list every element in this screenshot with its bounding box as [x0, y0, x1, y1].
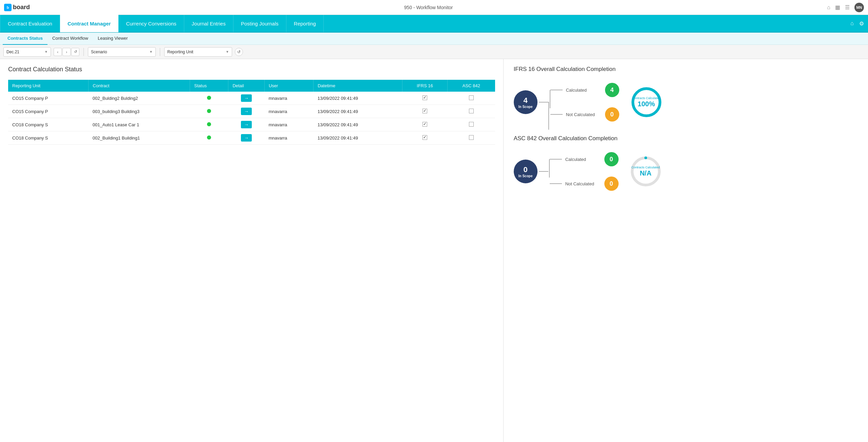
period-forward-btn[interactable]: › [62, 48, 71, 56]
nav-item-currency-conversions[interactable]: Currency Conversions [118, 15, 184, 32]
table-row: CO18 Company S 001_Auto1 Lease Car 1 → m… [8, 118, 495, 131]
asc842-in-scope-circle: 0 In Scope [514, 160, 537, 183]
asc842-checkbox[interactable] [469, 135, 474, 140]
table-body: CO15 Company P 002_Bulding2 Bulding2 → m… [8, 92, 495, 145]
cell-ifrs16 [402, 118, 448, 131]
asc842-calculated-row: Calculated 0 [550, 152, 619, 166]
filter-divider-2 [160, 48, 160, 56]
cell-datetime: 13/09/2022 09:41:49 [314, 92, 402, 105]
ifrs16-checkbox[interactable] [422, 122, 427, 127]
cell-detail[interactable]: → [228, 92, 265, 105]
asc842-checkbox[interactable] [469, 109, 474, 113]
cell-detail[interactable]: → [228, 118, 265, 131]
cell-contract: 001_Auto1 Lease Car 1 [89, 118, 190, 131]
period-select[interactable]: Dec.21 ▼ [3, 47, 51, 57]
nav-item-posting-journals[interactable]: Posting Journals [233, 15, 286, 32]
filter-divider-1 [83, 48, 84, 56]
col-ifrs16: IFRS 16 [402, 80, 448, 92]
status-indicator [207, 109, 211, 113]
col-detail: Detail [228, 80, 265, 92]
filter-bar: Dec.21 ▼ ‹ › ↺ Scenario ▼ Reporting Unit… [0, 45, 868, 59]
cell-asc842 [448, 131, 495, 145]
period-back-btn[interactable]: ‹ [54, 48, 62, 56]
status-indicator [207, 122, 211, 126]
asc842-not-calculated-label: Not Calculated [565, 181, 601, 186]
contracts-table: Reporting Unit Contract Status Detail Us… [8, 80, 495, 145]
col-reporting-unit: Reporting Unit [8, 80, 89, 92]
nav-item-journal-entries[interactable]: Journal Entries [184, 15, 233, 32]
detail-arrow-btn[interactable]: → [241, 94, 252, 102]
left-panel: Contract Calculation Status Reporting Un… [0, 59, 504, 442]
asc842-checkbox[interactable] [469, 95, 474, 100]
cell-status [190, 118, 228, 131]
ifrs16-checkbox[interactable] [422, 135, 427, 140]
sub-nav-item-leasing-viewer[interactable]: Leasing Viewer [93, 33, 133, 45]
global-refresh-btn[interactable]: ↺ [235, 48, 243, 56]
ifrs16-not-calculated-value: 0 [605, 107, 619, 122]
ifrs16-not-calculated-label: Not Calculated [566, 112, 602, 117]
period-refresh-btn[interactable]: ↺ [71, 48, 79, 56]
board-icon: b [4, 4, 12, 11]
col-contract: Contract [89, 80, 190, 92]
cell-user: mnavarra [264, 105, 313, 118]
menu-icon[interactable]: ☰ [845, 4, 850, 11]
home-icon[interactable]: ⌂ [827, 4, 830, 11]
asc842-section-title: ASC 842 Overall Calculation Completion [514, 135, 858, 142]
asc842-percentage: N/A [640, 169, 651, 177]
cell-ifrs16 [402, 92, 448, 105]
ifrs16-percentage: 100% [638, 100, 655, 108]
cell-asc842 [448, 105, 495, 118]
ifrs16-in-scope: 4 In Scope [514, 90, 537, 114]
detail-arrow-btn[interactable]: → [241, 121, 252, 128]
nav-item-contract-evaluation[interactable]: Contract Evaluation [0, 15, 60, 32]
sub-nav-item-contracts-status[interactable]: Contracts Status [3, 33, 48, 45]
nav-item-reporting[interactable]: Reporting [286, 15, 324, 32]
cell-detail[interactable]: → [228, 131, 265, 145]
sub-nav-item-contract-workflow[interactable]: Contract Workflow [48, 33, 93, 45]
col-datetime: Datetime [314, 80, 402, 92]
col-user: User [264, 80, 313, 92]
left-panel-title: Contract Calculation Status [8, 66, 495, 73]
ifrs16-checkbox[interactable] [422, 109, 427, 113]
asc842-not-calculated-row: Not Calculated 0 [550, 177, 619, 191]
ifrs16-in-scope-circle: 4 In Scope [514, 90, 537, 114]
reporting-unit-select[interactable]: Reporting Unit ▼ [164, 47, 232, 57]
cell-status [190, 92, 228, 105]
asc842-connector [539, 171, 548, 172]
topbar-left: b board [4, 4, 30, 11]
asc842-branches: Calculated 0 Not Calculated 0 [550, 152, 619, 191]
content-area: Contract Calculation Status Reporting Un… [0, 59, 868, 442]
nav-right-icons: ⌂ ⚙ [850, 20, 868, 27]
cell-asc842 [448, 118, 495, 131]
asc842-checkbox[interactable] [469, 122, 474, 127]
period-navigation: ‹ › ↺ [54, 48, 79, 56]
grid-icon[interactable]: ▦ [835, 4, 840, 11]
cell-detail[interactable]: → [228, 105, 265, 118]
ifrs16-calculated-value: 4 [605, 83, 619, 97]
detail-arrow-btn[interactable]: → [241, 134, 252, 142]
board-logo: b board [4, 4, 30, 11]
cell-reporting-unit: CO15 Company P [8, 92, 89, 105]
table-row: CO15 Company P 003_building3 Building3 →… [8, 105, 495, 118]
cell-asc842 [448, 92, 495, 105]
ifrs16-diagram: 4 In Scope [514, 83, 858, 122]
asc842-in-scope: 0 In Scope [514, 160, 537, 183]
table-header: Reporting Unit Contract Status Detail Us… [8, 80, 495, 92]
cell-contract: 002_Bulding2 Bulding2 [89, 92, 190, 105]
scenario-select[interactable]: Scenario ▼ [88, 47, 156, 57]
home-nav-icon[interactable]: ⌂ [850, 20, 854, 26]
asc842-calculated-value: 0 [604, 152, 619, 166]
status-indicator [207, 135, 211, 140]
user-avatar[interactable]: MN [854, 3, 864, 12]
cell-status [190, 131, 228, 145]
settings-nav-icon[interactable]: ⚙ [859, 20, 864, 27]
ifrs16-checkbox[interactable] [422, 95, 427, 100]
cell-reporting-unit: CO15 Company P [8, 105, 89, 118]
detail-arrow-btn[interactable]: → [241, 108, 252, 115]
cell-ifrs16 [402, 105, 448, 118]
ifrs16-section-title: IFRS 16 Overall Calculation Completion [514, 66, 858, 73]
nav-item-contract-manager[interactable]: Contract Manager [60, 15, 119, 32]
ifrs16-calculated-label: Calculated [566, 88, 602, 93]
app-title: 950 - Workflow Monitor [404, 5, 453, 10]
cell-user: mnavarra [264, 92, 313, 105]
